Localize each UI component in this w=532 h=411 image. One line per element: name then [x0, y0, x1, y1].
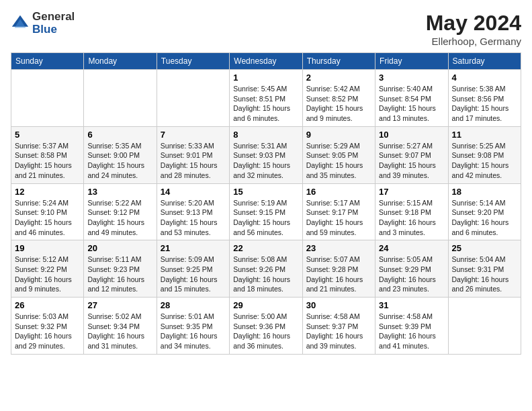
- calendar-cell: 20Sunrise: 5:11 AM Sunset: 9:23 PM Dayli…: [84, 240, 157, 298]
- calendar-cell: 24Sunrise: 5:05 AM Sunset: 9:29 PM Dayli…: [375, 240, 448, 298]
- day-number: 3: [379, 73, 444, 83]
- day-info: Sunrise: 5:15 AM Sunset: 9:18 PM Dayligh…: [379, 198, 444, 238]
- title-block: May 2024 Ellerhoop, Germany: [426, 11, 521, 47]
- day-number: 30: [306, 300, 371, 310]
- calendar-header-row: SundayMondayTuesdayWednesdayThursdayFrid…: [11, 53, 521, 70]
- calendar-cell: 16Sunrise: 5:17 AM Sunset: 9:17 PM Dayli…: [302, 183, 375, 240]
- logo-text: General Blue: [32, 11, 75, 36]
- calendar-cell: 28Sunrise: 5:01 AM Sunset: 9:35 PM Dayli…: [157, 298, 229, 355]
- day-info: Sunrise: 5:01 AM Sunset: 9:35 PM Dayligh…: [161, 312, 226, 351]
- day-number: 18: [452, 187, 517, 197]
- day-number: 5: [15, 130, 80, 140]
- calendar-week-row: 5Sunrise: 5:37 AM Sunset: 8:58 PM Daylig…: [11, 126, 521, 183]
- day-info: Sunrise: 5:03 AM Sunset: 9:32 PM Dayligh…: [15, 312, 80, 351]
- day-info: Sunrise: 4:58 AM Sunset: 9:37 PM Dayligh…: [306, 312, 371, 351]
- calendar-cell: 12Sunrise: 5:24 AM Sunset: 9:10 PM Dayli…: [11, 183, 84, 240]
- calendar-cell: 14Sunrise: 5:20 AM Sunset: 9:13 PM Dayli…: [157, 183, 229, 240]
- calendar-cell: 2Sunrise: 5:42 AM Sunset: 8:52 PM Daylig…: [302, 70, 375, 127]
- day-number: 27: [87, 300, 152, 310]
- day-info: Sunrise: 5:20 AM Sunset: 9:13 PM Dayligh…: [161, 198, 226, 238]
- day-info: Sunrise: 5:31 AM Sunset: 9:03 PM Dayligh…: [233, 141, 298, 181]
- calendar: SundayMondayTuesdayWednesdayThursdayFrid…: [11, 52, 521, 355]
- calendar-cell: 7Sunrise: 5:33 AM Sunset: 9:01 PM Daylig…: [157, 126, 229, 183]
- calendar-cell: 22Sunrise: 5:08 AM Sunset: 9:26 PM Dayli…: [230, 240, 302, 298]
- day-info: Sunrise: 5:27 AM Sunset: 9:07 PM Dayligh…: [379, 141, 444, 181]
- calendar-cell: 25Sunrise: 5:04 AM Sunset: 9:31 PM Dayli…: [448, 240, 521, 298]
- day-number: 28: [161, 300, 226, 310]
- calendar-cell: 4Sunrise: 5:38 AM Sunset: 8:56 PM Daylig…: [448, 70, 521, 127]
- weekday-header: Saturday: [448, 53, 521, 70]
- logo-general: General: [32, 11, 75, 24]
- day-info: Sunrise: 5:42 AM Sunset: 8:52 PM Dayligh…: [306, 84, 371, 124]
- day-number: 22: [233, 243, 298, 253]
- day-info: Sunrise: 5:14 AM Sunset: 9:20 PM Dayligh…: [452, 198, 517, 238]
- day-number: 29: [233, 300, 298, 310]
- day-number: 19: [15, 243, 80, 253]
- day-info: Sunrise: 5:02 AM Sunset: 9:34 PM Dayligh…: [87, 312, 152, 351]
- day-info: Sunrise: 5:07 AM Sunset: 9:28 PM Dayligh…: [306, 255, 371, 294]
- calendar-week-row: 26Sunrise: 5:03 AM Sunset: 9:32 PM Dayli…: [11, 298, 521, 355]
- day-info: Sunrise: 5:38 AM Sunset: 8:56 PM Dayligh…: [452, 84, 517, 124]
- calendar-cell: 11Sunrise: 5:25 AM Sunset: 9:08 PM Dayli…: [448, 126, 521, 183]
- calendar-cell: 13Sunrise: 5:22 AM Sunset: 9:12 PM Dayli…: [84, 183, 157, 240]
- day-info: Sunrise: 5:19 AM Sunset: 9:15 PM Dayligh…: [233, 198, 298, 238]
- calendar-cell: 19Sunrise: 5:12 AM Sunset: 9:22 PM Dayli…: [11, 240, 84, 298]
- day-number: 17: [379, 187, 444, 197]
- day-info: Sunrise: 5:45 AM Sunset: 8:51 PM Dayligh…: [233, 84, 298, 124]
- weekday-header: Monday: [84, 53, 157, 70]
- day-number: 16: [306, 187, 371, 197]
- calendar-cell: 3Sunrise: 5:40 AM Sunset: 8:54 PM Daylig…: [375, 70, 448, 127]
- day-number: 11: [452, 130, 517, 140]
- weekday-header: Wednesday: [230, 53, 302, 70]
- day-number: 6: [87, 130, 152, 140]
- day-number: 9: [306, 130, 371, 140]
- day-info: Sunrise: 5:05 AM Sunset: 9:29 PM Dayligh…: [379, 255, 444, 294]
- logo-blue: Blue: [32, 24, 75, 36]
- day-number: 2: [306, 73, 371, 83]
- calendar-week-row: 12Sunrise: 5:24 AM Sunset: 9:10 PM Dayli…: [11, 183, 521, 240]
- calendar-cell: [157, 70, 229, 127]
- day-info: Sunrise: 5:35 AM Sunset: 9:00 PM Dayligh…: [87, 141, 152, 181]
- day-info: Sunrise: 5:00 AM Sunset: 9:36 PM Dayligh…: [233, 312, 298, 351]
- day-number: 25: [452, 243, 517, 253]
- month-title: May 2024: [426, 11, 521, 36]
- day-number: 21: [161, 243, 226, 253]
- day-number: 26: [15, 300, 80, 310]
- calendar-cell: [84, 70, 157, 127]
- day-number: 4: [452, 73, 517, 83]
- day-info: Sunrise: 4:58 AM Sunset: 9:39 PM Dayligh…: [379, 312, 444, 351]
- day-info: Sunrise: 5:08 AM Sunset: 9:26 PM Dayligh…: [233, 255, 298, 294]
- calendar-cell: 5Sunrise: 5:37 AM Sunset: 8:58 PM Daylig…: [11, 126, 84, 183]
- calendar-cell: [11, 70, 84, 127]
- day-number: 7: [161, 130, 226, 140]
- day-number: 15: [233, 187, 298, 197]
- calendar-cell: 6Sunrise: 5:35 AM Sunset: 9:00 PM Daylig…: [84, 126, 157, 183]
- day-info: Sunrise: 5:33 AM Sunset: 9:01 PM Dayligh…: [161, 141, 226, 181]
- calendar-week-row: 1Sunrise: 5:45 AM Sunset: 8:51 PM Daylig…: [11, 70, 521, 127]
- day-info: Sunrise: 5:25 AM Sunset: 9:08 PM Dayligh…: [452, 141, 517, 181]
- calendar-cell: [448, 298, 521, 355]
- day-number: 14: [161, 187, 226, 197]
- calendar-cell: 8Sunrise: 5:31 AM Sunset: 9:03 PM Daylig…: [230, 126, 302, 183]
- day-info: Sunrise: 5:40 AM Sunset: 8:54 PM Dayligh…: [379, 84, 444, 124]
- day-number: 13: [87, 187, 152, 197]
- page-header: General Blue May 2024 Ellerhoop, Germany: [11, 11, 521, 47]
- day-info: Sunrise: 5:37 AM Sunset: 8:58 PM Dayligh…: [15, 141, 80, 181]
- logo: General Blue: [11, 11, 75, 36]
- calendar-cell: 31Sunrise: 4:58 AM Sunset: 9:39 PM Dayli…: [375, 298, 448, 355]
- day-number: 12: [15, 187, 80, 197]
- day-number: 20: [87, 243, 152, 253]
- weekday-header: Sunday: [11, 53, 84, 70]
- day-number: 31: [379, 300, 444, 310]
- day-info: Sunrise: 5:11 AM Sunset: 9:23 PM Dayligh…: [87, 255, 152, 294]
- calendar-cell: 27Sunrise: 5:02 AM Sunset: 9:34 PM Dayli…: [84, 298, 157, 355]
- calendar-cell: 26Sunrise: 5:03 AM Sunset: 9:32 PM Dayli…: [11, 298, 84, 355]
- day-number: 10: [379, 130, 444, 140]
- calendar-cell: 21Sunrise: 5:09 AM Sunset: 9:25 PM Dayli…: [157, 240, 229, 298]
- location: Ellerhoop, Germany: [426, 36, 521, 47]
- weekday-header: Thursday: [302, 53, 375, 70]
- day-info: Sunrise: 5:17 AM Sunset: 9:17 PM Dayligh…: [306, 198, 371, 238]
- calendar-cell: 18Sunrise: 5:14 AM Sunset: 9:20 PM Dayli…: [448, 183, 521, 240]
- weekday-header: Friday: [375, 53, 448, 70]
- calendar-cell: 17Sunrise: 5:15 AM Sunset: 9:18 PM Dayli…: [375, 183, 448, 240]
